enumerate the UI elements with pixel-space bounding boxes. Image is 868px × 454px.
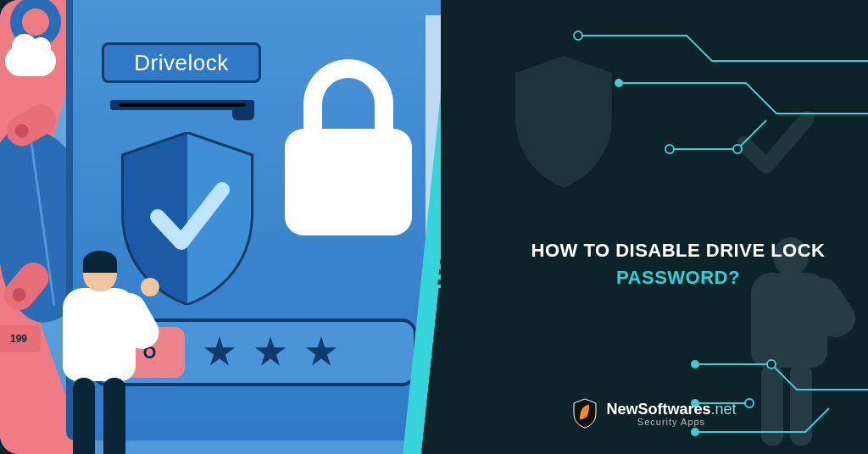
svg-point-4 bbox=[691, 360, 699, 368]
svg-point-0 bbox=[574, 31, 582, 40]
card-slot-icon bbox=[110, 100, 254, 110]
brand-logo-icon bbox=[572, 398, 598, 429]
headline-line1: HOW TO DISABLE DRIVE LOCK bbox=[531, 240, 826, 261]
brand-footer: NewSoftwares.net Security Apps bbox=[441, 398, 868, 429]
svg-point-8 bbox=[691, 428, 699, 436]
star-icon bbox=[254, 336, 287, 368]
star-icon bbox=[305, 336, 337, 368]
svg-point-3 bbox=[733, 145, 742, 153]
person-illustration bbox=[36, 254, 154, 454]
drivelock-title: Drivelock bbox=[102, 42, 261, 83]
padlock-icon bbox=[285, 59, 412, 191]
circuit-lines-top bbox=[568, 12, 868, 181]
left-illustration-panel: 199 Drivelock I O bbox=[0, 0, 475, 454]
svg-point-5 bbox=[767, 360, 776, 368]
right-content-panel: HOW TO DISABLE DRIVE LOCK PASSWORD? NewS… bbox=[441, 0, 868, 454]
tag-badge: 199 bbox=[0, 325, 41, 352]
cloud-icon bbox=[5, 46, 56, 76]
headline-accent: PASSWORD? bbox=[616, 267, 740, 288]
svg-point-2 bbox=[665, 145, 674, 153]
article-headline: HOW TO DISABLE DRIVE LOCK PASSWORD? bbox=[517, 237, 839, 291]
password-mask-stars bbox=[203, 336, 337, 368]
brand-name: NewSoftwares.net bbox=[606, 401, 736, 418]
star-icon bbox=[203, 336, 236, 368]
svg-point-1 bbox=[615, 79, 623, 87]
